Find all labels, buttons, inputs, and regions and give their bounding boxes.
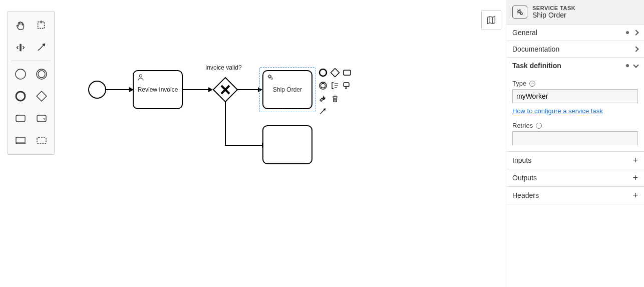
- retries-input[interactable]: [512, 131, 638, 145]
- context-pad: [317, 67, 358, 112]
- section-outputs[interactable]: Outputs +: [506, 169, 644, 187]
- svg-point-8: [16, 92, 25, 101]
- svg-point-33: [321, 84, 326, 88]
- svg-point-5: [16, 69, 26, 79]
- plus-icon[interactable]: +: [632, 173, 638, 182]
- append-end-event-icon[interactable]: [317, 67, 329, 78]
- svg-point-17: [89, 81, 106, 98]
- append-task-icon[interactable]: [342, 67, 353, 78]
- svg-point-38: [518, 11, 520, 13]
- service-task-icon: [266, 73, 274, 83]
- section-headers[interactable]: Headers +: [506, 187, 644, 204]
- svg-point-7: [38, 71, 45, 78]
- section-general[interactable]: General: [506, 25, 644, 41]
- help-link[interactable]: How to configure a service task: [512, 107, 603, 115]
- task-ship-order[interactable]: Ship Order: [262, 70, 312, 109]
- hand-tool-icon[interactable]: [12, 17, 30, 35]
- task-empty[interactable]: [262, 125, 312, 164]
- user-task-icon: [137, 73, 145, 83]
- svg-point-27: [271, 78, 272, 79]
- chevron-right-icon: [633, 46, 638, 52]
- minimap-toggle-icon[interactable]: [481, 10, 501, 30]
- svg-point-26: [269, 76, 271, 78]
- svg-rect-9: [37, 91, 47, 101]
- section-documentation[interactable]: Documentation: [506, 41, 644, 58]
- delete-icon[interactable]: [330, 93, 341, 104]
- end-event-icon[interactable]: [12, 87, 30, 105]
- fx-icon[interactable]: [529, 81, 535, 87]
- section-inputs[interactable]: Inputs +: [506, 152, 644, 169]
- connect-icon[interactable]: [317, 106, 329, 117]
- type-input[interactable]: [512, 89, 638, 103]
- wrench-icon[interactable]: [317, 93, 329, 104]
- space-tool-icon[interactable]: [12, 39, 30, 57]
- subprocess-icon[interactable]: [12, 131, 30, 149]
- connect-tool-icon[interactable]: [33, 39, 51, 57]
- task-review-invoice[interactable]: Review Invoice: [133, 70, 183, 109]
- gateway-label: Invoice valid?: [205, 64, 242, 71]
- exclusive-gateway[interactable]: [212, 76, 239, 105]
- start-event[interactable]: [88, 80, 107, 101]
- diagram-canvas[interactable]: Review Invoice Invoice valid? Ship Order: [55, 0, 506, 287]
- sequence-flow[interactable]: [183, 85, 213, 94]
- section-label: Outputs: [512, 174, 537, 182]
- section-label: Task definition: [512, 62, 561, 70]
- svg-rect-16: [37, 137, 46, 144]
- sequence-flow[interactable]: [237, 85, 262, 94]
- svg-point-29: [319, 69, 327, 76]
- task-definition-body: Type How to configure a service task Ret…: [506, 74, 644, 152]
- svg-point-20: [139, 75, 142, 77]
- properties-panel: SERVICE TASK Ship Order General Document…: [506, 0, 644, 287]
- plus-icon[interactable]: +: [632, 191, 638, 200]
- svg-rect-37: [344, 83, 349, 87]
- group-icon[interactable]: [33, 131, 51, 149]
- sequence-flow[interactable]: [106, 85, 134, 94]
- change-type-icon[interactable]: [342, 80, 353, 91]
- gateway-icon[interactable]: [33, 87, 51, 105]
- svg-rect-10: [16, 115, 25, 122]
- chevron-right-icon: [633, 30, 638, 35]
- indicator-dot-icon: [626, 31, 629, 34]
- start-event-icon[interactable]: [12, 65, 30, 83]
- fx-icon[interactable]: [536, 123, 542, 129]
- task-label: Review Invoice: [138, 86, 178, 93]
- task-icon[interactable]: [12, 109, 30, 127]
- chevron-down-icon: [633, 62, 638, 68]
- section-label: General: [512, 29, 537, 37]
- indicator-dot-icon: [626, 64, 629, 67]
- header-name: Ship Order: [532, 11, 575, 19]
- sequence-flow[interactable]: [221, 102, 267, 149]
- svg-marker-25: [258, 87, 262, 92]
- tool-palette: [8, 11, 55, 155]
- lasso-tool-icon[interactable]: [33, 17, 51, 35]
- type-label: Type: [512, 80, 638, 87]
- retries-label: Retries: [512, 122, 638, 129]
- append-intermediate-event-icon[interactable]: [317, 80, 329, 91]
- append-gateway-icon[interactable]: [330, 67, 341, 78]
- service-task-header-icon: [512, 6, 527, 19]
- task-label: Ship Order: [273, 86, 302, 93]
- svg-rect-31: [344, 70, 351, 75]
- plus-icon[interactable]: +: [632, 156, 638, 165]
- append-text-annotation-icon[interactable]: [330, 80, 341, 91]
- section-label: Headers: [512, 191, 539, 199]
- section-label: Inputs: [512, 156, 531, 164]
- section-label: Documentation: [512, 45, 559, 53]
- data-store-icon[interactable]: [33, 109, 51, 127]
- svg-rect-14: [16, 137, 25, 144]
- panel-header: SERVICE TASK Ship Order: [506, 0, 644, 25]
- intermediate-event-icon[interactable]: [33, 65, 51, 83]
- header-type: SERVICE TASK: [532, 5, 575, 11]
- svg-rect-30: [331, 69, 340, 77]
- section-task-definition[interactable]: Task definition: [506, 58, 644, 74]
- svg-point-39: [520, 13, 522, 15]
